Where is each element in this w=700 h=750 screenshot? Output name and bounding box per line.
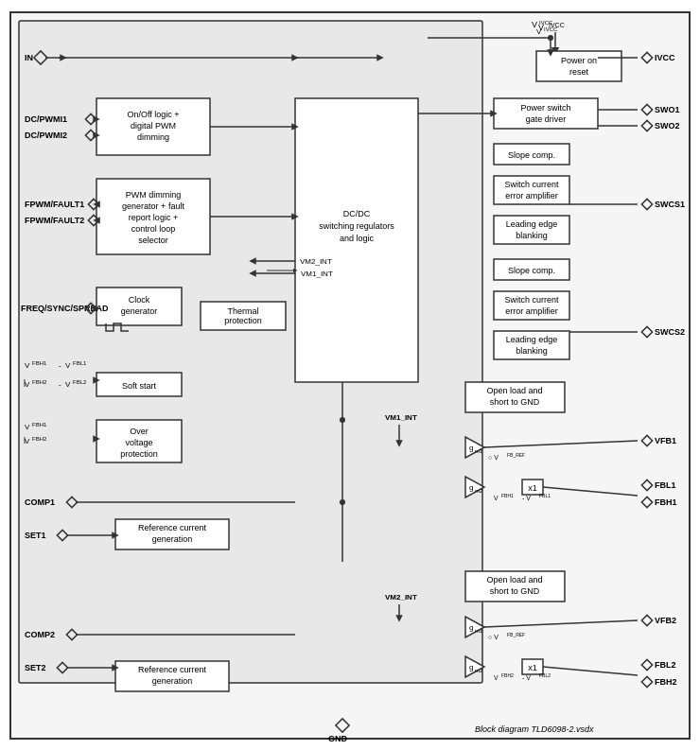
svg-rect-0 — [253, 25, 338, 51]
svg-text:blanking: blanking — [516, 346, 548, 356]
svg-text:generation: generation — [152, 534, 193, 544]
svg-rect-51 — [494, 291, 569, 320]
svg-text:FBL2: FBL2 — [73, 379, 87, 385]
svg-text:FPWM/FAULT2: FPWM/FAULT2 — [25, 216, 84, 225]
svg-point-202 — [548, 35, 553, 41]
svg-rect-60 — [465, 571, 565, 602]
svg-rect-83 — [522, 659, 543, 674]
svg-rect-22 — [96, 288, 182, 325]
svg-text:FBL2: FBL2 — [655, 660, 676, 670]
svg-text:supply: supply — [283, 37, 308, 46]
svg-text:SWCS1: SWCS1 — [655, 200, 685, 209]
svg-rect-98 — [88, 215, 98, 225]
svg-text:error amplifier: error amplifier — [505, 191, 558, 201]
svg-text:Block diagram TLD6098-2.vsdx: Block diagram TLD6098-2.vsdx — [475, 724, 594, 734]
svg-text:PWM dimming: PWM dimming — [126, 190, 182, 200]
svg-text:Internal: Internal — [281, 26, 309, 36]
svg-text:Reference current: Reference current — [138, 523, 207, 532]
svg-text:V: V — [532, 20, 537, 29]
svg-text:LDO: LDO — [394, 33, 413, 44]
svg-text:FBH2: FBH2 — [32, 436, 47, 442]
svg-text:selector: selector — [138, 235, 168, 245]
svg-marker-80 — [465, 656, 484, 677]
svg-rect-149 — [641, 435, 652, 445]
svg-text:SWCS2: SWCS2 — [655, 327, 685, 337]
svg-text:dimming: dimming — [137, 132, 169, 142]
svg-rect-75 — [522, 480, 543, 495]
svg-text:report logic +: report logic + — [129, 213, 178, 222]
svg-text:Reference current: Reference current — [138, 665, 207, 674]
svg-text:VM1_INT: VM1_INT — [385, 413, 417, 422]
svg-text:voltage: voltage — [125, 438, 152, 447]
svg-text:DC/PWMI1: DC/PWMI1 — [25, 114, 67, 124]
svg-text:V: V — [538, 23, 544, 32]
svg-text:- V: - V — [522, 674, 531, 681]
svg-text:VM1_INT: VM1_INT — [301, 270, 333, 278]
svg-rect-162 — [641, 676, 652, 687]
svg-text:V: V — [65, 380, 71, 389]
svg-rect-101 — [85, 303, 96, 313]
svg-text:FBH2: FBH2 — [32, 379, 47, 385]
svg-rect-38 — [494, 98, 598, 129]
svg-text:Leading edge: Leading edge — [506, 219, 558, 229]
svg-text:V: V — [25, 423, 30, 431]
svg-rect-86 — [34, 50, 47, 63]
svg-text:g: g — [469, 444, 473, 452]
svg-rect-122 — [66, 497, 77, 507]
svg-text:COMP1: COMP1 — [25, 497, 55, 507]
svg-text:V: V — [65, 361, 71, 370]
svg-rect-157 — [641, 615, 652, 625]
svg-text:FB_REF: FB_REF — [507, 452, 525, 458]
svg-rect-125 — [57, 530, 67, 540]
svg-text:V: V — [25, 361, 30, 370]
svg-rect-131 — [57, 662, 67, 672]
svg-text:Leading edge: Leading edge — [506, 335, 558, 344]
svg-text:IVCC: IVCC — [544, 26, 558, 32]
svg-text:generator: generator — [121, 306, 158, 316]
svg-line-150 — [484, 441, 638, 447]
svg-text:Thermal: Thermal — [227, 306, 258, 316]
svg-rect-89 — [85, 113, 96, 124]
svg-text:blanking: blanking — [516, 231, 548, 240]
svg-text:VM2_INT: VM2_INT — [385, 593, 417, 602]
svg-text:FREQ/SYNC/SPREAD: FREQ/SYNC/SPREAD — [21, 304, 109, 313]
svg-text:SWO2: SWO2 — [655, 121, 680, 131]
svg-rect-28 — [96, 373, 182, 396]
svg-text:g: g — [469, 483, 473, 492]
svg-rect-46 — [494, 216, 569, 244]
svg-rect-66 — [115, 661, 229, 691]
svg-rect-134 — [641, 52, 652, 62]
svg-rect-49 — [494, 259, 569, 280]
svg-rect-30 — [96, 420, 182, 462]
svg-text:SET1: SET1 — [25, 531, 46, 540]
svg-text:FPWM/FAULT1: FPWM/FAULT1 — [25, 200, 84, 209]
svg-text:-: - — [59, 380, 61, 389]
svg-rect-43 — [494, 176, 569, 204]
svg-rect-152 — [641, 480, 652, 490]
svg-text:g: g — [469, 663, 473, 672]
svg-text:FBH1: FBH1 — [32, 360, 47, 366]
svg-rect-16 — [96, 179, 210, 254]
svg-point-203 — [340, 417, 345, 423]
svg-rect-11 — [19, 21, 482, 683]
svg-text:DC/PWMI2: DC/PWMI2 — [25, 131, 67, 140]
svg-line-158 — [484, 620, 638, 627]
svg-line-155 — [543, 487, 638, 496]
svg-text:g: g — [469, 623, 473, 632]
svg-text:Power on: Power on — [561, 56, 597, 65]
svg-point-204 — [340, 499, 345, 505]
svg-text:IVCC: IVCC — [549, 22, 565, 28]
svg-text:FBH2: FBH2 — [655, 677, 677, 687]
svg-text:m1: m1 — [475, 448, 483, 454]
svg-text:IVCC: IVCC — [655, 53, 675, 62]
svg-text:- V: - V — [522, 495, 531, 501]
svg-rect-154 — [641, 497, 652, 507]
svg-text:V: V — [25, 437, 30, 445]
svg-rect-143 — [641, 199, 652, 209]
svg-text:Power switch: Power switch — [520, 103, 570, 113]
svg-text:m2: m2 — [475, 668, 483, 673]
svg-text:generator + fault: generator + fault — [122, 201, 184, 211]
svg-text:FB_REF: FB_REF — [507, 632, 525, 637]
svg-text:digital PWM: digital PWM — [131, 121, 176, 131]
svg-rect-128 — [66, 629, 77, 639]
